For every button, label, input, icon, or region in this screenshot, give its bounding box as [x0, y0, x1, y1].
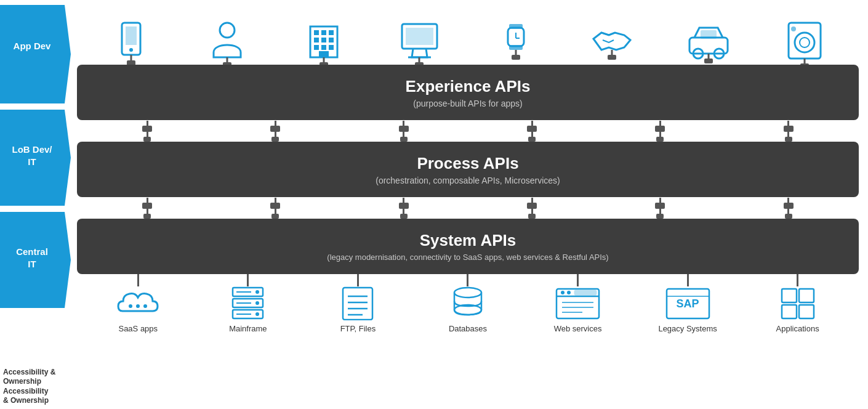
- svg-point-62: [255, 301, 259, 305]
- connector-12: [758, 198, 819, 219]
- appliance-icon: [786, 22, 823, 65]
- svg-rect-88: [799, 305, 814, 318]
- ftp-icon-item: FTP, Files: [315, 286, 401, 333]
- appliance-icon-item: [774, 22, 835, 65]
- svg-point-50: [795, 33, 814, 52]
- svg-point-57: [143, 304, 147, 308]
- monitor-icon: [400, 22, 440, 65]
- applications-icon-item: Applications: [755, 286, 841, 333]
- mainframe-label: Mainframe: [229, 324, 267, 333]
- top-icons-row: [77, 3, 859, 65]
- svg-point-56: [136, 304, 140, 308]
- connector-1: [116, 121, 178, 142]
- mobile-icon-item: [100, 22, 162, 65]
- ftp-label: FTP, Files: [340, 324, 376, 333]
- mainframe-server-icon: [228, 286, 268, 320]
- process-api-title: Process APIs: [417, 154, 518, 173]
- svg-point-51: [800, 38, 810, 47]
- car-icon-item: [678, 22, 739, 65]
- svg-rect-22: [329, 38, 334, 43]
- left-sidebar: App Dev LoB Dev/ IT Central IT Accessibi…: [0, 0, 71, 409]
- experience-api-section: Experience APIs (purpose-built APIs for …: [77, 65, 859, 120]
- watch-icon: [500, 22, 531, 65]
- connector-5: [629, 121, 691, 142]
- svg-point-13: [220, 23, 235, 38]
- svg-rect-46: [701, 30, 717, 39]
- saas-cloud-icon: [113, 286, 163, 320]
- svg-rect-24: [321, 45, 326, 50]
- bottom-icons-row: SaaS apps Mainframe: [77, 286, 859, 333]
- svg-rect-40: [512, 55, 520, 60]
- process-api-layer: Process APIs (orchestration, composable …: [77, 142, 859, 197]
- experience-api-subtitle: (purpose-built APIs for apps): [413, 99, 522, 108]
- experience-api-title: Experience APIs: [406, 77, 531, 96]
- saas-icon-item: SaaS apps: [95, 286, 181, 333]
- svg-marker-0: [0, 5, 71, 103]
- monitor-icon-item: [389, 22, 451, 65]
- ftp-files-icon: [339, 286, 376, 320]
- svg-text:SAP: SAP: [676, 298, 699, 310]
- system-api-subtitle: (legacy modernisation, connectivity to S…: [327, 253, 608, 262]
- webservices-browser-icon: [555, 286, 601, 320]
- chevrons-svg: App Dev LoB Dev/ IT Central IT: [0, 5, 71, 313]
- svg-text:LoB Dev/: LoB Dev/: [12, 144, 52, 155]
- connector-b7: [767, 274, 829, 286]
- connector-b1: [107, 274, 169, 286]
- connector-8: [244, 198, 306, 219]
- legacy-icon-item: SAP Legacy Systems: [645, 286, 731, 333]
- svg-text:Central: Central: [16, 246, 48, 257]
- car-icon: [687, 22, 730, 65]
- connector-b5: [547, 274, 609, 286]
- svg-rect-25: [329, 45, 334, 50]
- svg-point-72: [454, 288, 481, 298]
- svg-point-10: [129, 48, 133, 52]
- svg-text:IT: IT: [28, 156, 36, 167]
- applications-label: Applications: [776, 324, 819, 333]
- svg-rect-21: [321, 38, 326, 43]
- svg-text:App Dev: App Dev: [14, 41, 52, 51]
- svg-point-52: [791, 26, 796, 31]
- database-icon-item: Databases: [425, 286, 511, 333]
- bottom-connectors-row: [77, 274, 859, 286]
- svg-rect-78: [574, 290, 597, 295]
- process-api-subtitle: (orchestration, composable APIs, Microse…: [376, 176, 560, 185]
- connector-6: [758, 121, 819, 142]
- connector-3: [373, 121, 435, 142]
- svg-rect-85: [782, 289, 797, 302]
- connector-11: [629, 198, 691, 219]
- content-area: Experience APIs (purpose-built APIs for …: [71, 0, 868, 409]
- svg-rect-9: [126, 26, 137, 45]
- connector-b4: [437, 274, 499, 286]
- building-icon-item: [293, 22, 355, 65]
- svg-rect-42: [608, 55, 616, 60]
- svg-rect-30: [406, 28, 433, 45]
- watch-icon-item: [485, 22, 547, 65]
- svg-rect-17: [314, 30, 319, 35]
- connector-10: [501, 198, 563, 219]
- system-api-title: System APIs: [420, 231, 516, 250]
- svg-rect-26: [319, 51, 329, 57]
- svg-rect-48: [704, 59, 713, 63]
- person-icon-item: [196, 22, 258, 65]
- connector-7: [116, 198, 178, 219]
- mainframe-icon-item: Mainframe: [205, 286, 291, 333]
- mobile-icon: [116, 22, 147, 65]
- svg-rect-18: [321, 30, 326, 35]
- svg-point-55: [129, 304, 132, 308]
- building-icon: [305, 22, 342, 65]
- connectors-row-2: [77, 197, 859, 219]
- database-icon: [449, 286, 486, 320]
- saas-label: SaaS apps: [118, 324, 158, 333]
- webservices-icon-item: Web services: [535, 286, 621, 333]
- accessibility-label: Accessibility & Ownership Accessibility&…: [3, 368, 71, 406]
- svg-rect-19: [329, 30, 334, 35]
- svg-rect-87: [782, 305, 797, 318]
- svg-rect-36: [509, 45, 523, 50]
- svg-rect-43: [689, 38, 728, 54]
- svg-rect-35: [509, 24, 523, 29]
- svg-rect-12: [127, 60, 135, 65]
- handshake-icon-item: [581, 22, 643, 65]
- svg-rect-86: [799, 289, 814, 302]
- webservices-label: Web services: [554, 324, 602, 333]
- connector-b3: [327, 274, 388, 286]
